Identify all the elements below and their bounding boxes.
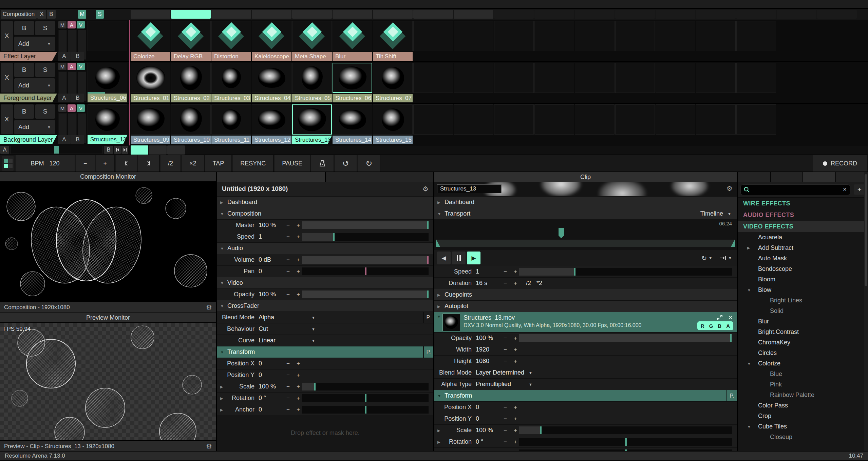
decrement-button[interactable]: − [283, 383, 293, 390]
clip-cell[interactable]: Kaleidoscope [252, 21, 291, 61]
slider-handle[interactable] [365, 394, 366, 402]
clip-thumbnail[interactable] [534, 104, 574, 135]
dropdown-caret-icon[interactable]: ▼ [529, 371, 532, 375]
param-slider[interactable] [302, 394, 429, 402]
clip-thumbnail[interactable] [131, 104, 170, 135]
deck-tab[interactable] [167, 145, 185, 155]
timeline-playhead[interactable] [559, 228, 564, 236]
composition-solo-button[interactable]: S [96, 10, 104, 19]
deck-tab[interactable] [131, 145, 148, 155]
param-value[interactable]: 0 [476, 415, 500, 422]
composition-bypass-button[interactable]: B [47, 10, 56, 19]
decrement-button[interactable]: − [283, 372, 293, 379]
clip-cell[interactable] [575, 63, 615, 103]
timeline-in-handle[interactable] [436, 239, 440, 247]
clip-source-strip[interactable]: ▼ Structures_13.mov DXV 3.0 Normal Quali… [434, 312, 737, 333]
clip-thumbnail[interactable] [292, 21, 332, 51]
clip-thumbnail[interactable] [333, 63, 372, 93]
param-value[interactable]: 0 [259, 406, 283, 413]
clip-cell[interactable] [615, 104, 655, 145]
redo-button[interactable]: ↻ [358, 155, 380, 172]
clip-cell[interactable]: Structures_07 [373, 63, 413, 103]
clip-thumbnail[interactable] [171, 104, 211, 135]
layer-master-button[interactable]: M [58, 63, 67, 70]
clip-cell[interactable]: Structures_06 [333, 63, 372, 103]
layer-video-button[interactable]: V [77, 21, 85, 28]
effects-list-item[interactable]: Crop [738, 411, 868, 421]
clip-thumbnail[interactable] [292, 63, 332, 93]
param-value[interactable]: Cut [259, 325, 309, 333]
clear-search-icon[interactable]: × [843, 186, 847, 193]
section-toggle-icon[interactable]: ▶ [220, 396, 223, 400]
param-slider[interactable] [519, 438, 732, 446]
preview-monitor[interactable]: FPS 59.94 [0, 323, 216, 440]
param-slider[interactable] [302, 267, 429, 275]
section-toggle-icon[interactable]: ▶ [437, 428, 440, 433]
column-header[interactable] [131, 10, 170, 19]
clip-cell[interactable] [534, 104, 574, 145]
param-value[interactable]: 0 [476, 404, 500, 411]
resync-button[interactable]: RESYNC [233, 155, 274, 172]
param-slider[interactable] [519, 268, 732, 276]
composition-monitor[interactable] [0, 182, 216, 301]
clip-cell[interactable] [656, 63, 695, 103]
beat-nudge-forward-icon[interactable] [138, 155, 160, 172]
column-header[interactable] [333, 10, 372, 19]
crossfader-snap-a-icon[interactable] [114, 146, 121, 154]
effects-list-item[interactable]: AUDIO EFFECTS [738, 209, 868, 221]
clip-thumbnail[interactable] [534, 63, 574, 93]
increment-button[interactable]: + [510, 404, 521, 411]
layer-clear-button[interactable]: X [1, 21, 13, 51]
search-input[interactable] [752, 185, 840, 195]
gear-icon[interactable]: ⚙ [206, 443, 212, 450]
play-backwards-button[interactable]: ◀ [437, 252, 451, 264]
slider-handle[interactable] [427, 290, 429, 298]
clip-name-label[interactable]: Structures_03 [211, 94, 251, 102]
bpm-half-button[interactable]: /2 [161, 155, 181, 172]
param-value[interactable]: 0 [259, 372, 283, 379]
bpm-increase-button[interactable]: + [96, 155, 115, 172]
clip-thumbnail[interactable] [575, 63, 615, 93]
dropdown-caret-icon[interactable]: ▼ [312, 316, 315, 320]
clip-cell[interactable] [656, 104, 695, 145]
clip-thumbnail[interactable] [333, 104, 372, 135]
section-toggle-icon[interactable]: ▶ [220, 407, 223, 412]
param-value[interactable]: 100 % [476, 335, 500, 342]
layer-audio-button[interactable]: A [68, 104, 76, 112]
param-value[interactable]: 0 ° [476, 438, 500, 445]
decrement-button[interactable]: − [283, 360, 293, 367]
clip-cell[interactable] [696, 63, 736, 103]
clip-name-label[interactable]: Structures_04 [252, 94, 291, 102]
clip-cell[interactable] [413, 104, 453, 145]
param-value[interactable]: 0 [476, 450, 500, 451]
clip-thumbnail[interactable] [373, 63, 413, 93]
metronome-icon[interactable] [311, 155, 334, 172]
clip-cell[interactable] [736, 21, 776, 61]
clip-thumbnail[interactable] [454, 104, 493, 135]
param-slider[interactable] [302, 290, 429, 298]
clip-cell[interactable]: Delay RGB [171, 21, 211, 61]
clip-cell[interactable] [696, 104, 736, 145]
clip-thumbnail[interactable] [373, 104, 413, 135]
clip-cell[interactable]: Blur [333, 21, 372, 61]
clip-cell[interactable]: Structures_15 [373, 104, 413, 145]
loop-mode-button[interactable]: ↻ ▼ [701, 254, 712, 262]
record-button[interactable]: RECORD [813, 155, 868, 172]
layer-a-button[interactable]: A [58, 52, 71, 61]
param-value[interactable]: 1920 [476, 346, 500, 353]
add-button[interactable]: + [854, 184, 865, 195]
increment-button[interactable]: + [510, 280, 521, 287]
slider-handle[interactable] [365, 267, 366, 275]
gear-icon[interactable]: ⚙ [206, 304, 212, 311]
param-slider[interactable] [519, 334, 732, 342]
section-toggle-icon[interactable]: ▼ [220, 304, 224, 308]
clip-thumbnail[interactable] [252, 63, 291, 93]
clip-thumbnail[interactable] [494, 21, 534, 51]
clip-name-label[interactable]: Structures_07 [373, 94, 413, 102]
slider-handle[interactable] [333, 233, 335, 241]
clip-cell[interactable] [575, 104, 615, 145]
clip-cell[interactable]: Structures_11 [211, 104, 251, 145]
browser-tab[interactable] [771, 172, 803, 182]
clip-thumbnail[interactable] [171, 63, 211, 93]
clip-thumbnail[interactable] [252, 21, 291, 51]
